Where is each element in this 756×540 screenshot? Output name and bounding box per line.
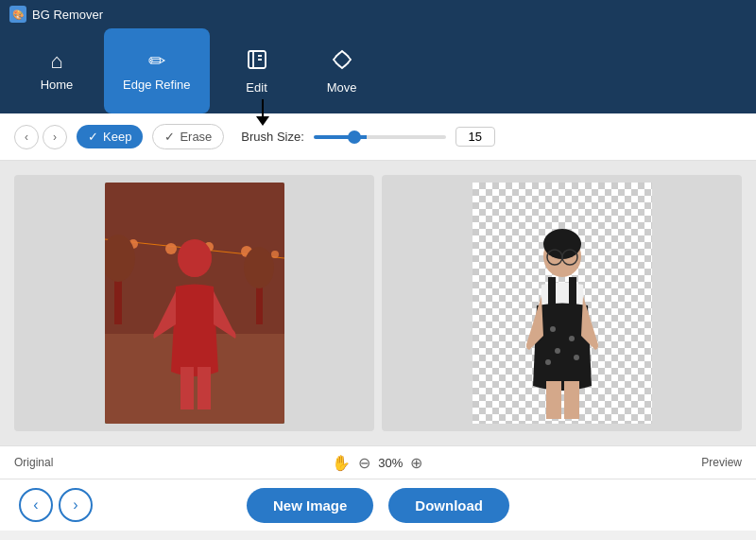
nav-item-home[interactable]: ⌂ Home: [19, 28, 94, 113]
svg-rect-25: [569, 277, 576, 305]
title-bar: 🎨 BG Remover: [0, 0, 756, 28]
keep-label: Keep: [103, 130, 131, 144]
arrow-head: [256, 116, 269, 126]
original-label: Original: [14, 456, 53, 469]
nav-label-move: Move: [327, 80, 357, 95]
prev-button[interactable]: ‹: [19, 488, 53, 522]
zoom-controls: ✋ ⊖ 30% ⊕: [332, 454, 422, 472]
svg-rect-17: [105, 183, 284, 424]
nav-item-edge-refine[interactable]: ✏ Edge Refine: [104, 28, 210, 113]
app-title: BG Remover: [32, 8, 103, 22]
svg-point-18: [178, 239, 212, 277]
svg-point-26: [550, 326, 556, 332]
preview-image: [472, 183, 652, 424]
svg-point-28: [555, 348, 560, 354]
erase-check-icon: ✓: [164, 130, 175, 144]
erase-button[interactable]: ✓ Erase: [152, 124, 224, 149]
new-image-button[interactable]: New Image: [247, 488, 373, 523]
app-icon: 🎨: [9, 6, 26, 23]
svg-rect-32: [564, 381, 579, 419]
svg-point-29: [574, 355, 579, 360]
nav-item-move[interactable]: Move: [304, 28, 380, 113]
move-icon: [331, 48, 353, 75]
download-button[interactable]: Download: [388, 488, 509, 523]
keep-button[interactable]: ✓ Keep: [77, 125, 143, 148]
original-panel: [14, 175, 374, 431]
brush-size-slider[interactable]: [314, 135, 446, 139]
nav-arrows: ‹ ›: [14, 125, 67, 149]
edit-icon: [246, 48, 268, 75]
svg-rect-31: [546, 381, 561, 419]
zoom-level: 30%: [378, 456, 403, 470]
edit-arrow: [256, 99, 269, 126]
edge-refine-icon: ✏: [148, 51, 165, 72]
toolbar: ‹ › ✓ Keep ✓ Erase Brush Size: 15: [0, 113, 756, 161]
nav-bar: ⌂ Home ✏ Edge Refine Edit Move: [0, 28, 756, 113]
back-button[interactable]: ‹: [14, 125, 39, 149]
bottom-bar: ‹ › New Image Download: [0, 479, 756, 531]
svg-point-30: [545, 359, 551, 365]
svg-rect-24: [548, 277, 556, 305]
nav-label-edit: Edit: [246, 80, 266, 95]
brush-size-value: 15: [455, 127, 495, 147]
next-button[interactable]: ›: [59, 488, 93, 522]
original-image: [105, 183, 284, 424]
preview-panel: [382, 175, 742, 431]
erase-label: Erase: [180, 130, 212, 144]
svg-rect-0: [249, 51, 266, 68]
zoom-out-button[interactable]: ⊖: [358, 454, 370, 472]
nav-label-edge-refine: Edge Refine: [123, 78, 191, 92]
arrow-shaft: [262, 99, 264, 116]
brush-size-label: Brush Size:: [241, 130, 303, 144]
hand-tool-icon[interactable]: ✋: [332, 454, 351, 472]
main-content: [0, 161, 756, 445]
forward-button[interactable]: ›: [43, 125, 67, 149]
home-icon: ⌂: [50, 51, 62, 72]
svg-point-27: [569, 336, 575, 341]
preview-label: Preview: [701, 456, 742, 469]
status-bar: Original ✋ ⊖ 30% ⊕ Preview: [0, 445, 756, 479]
keep-check-icon: ✓: [88, 130, 98, 144]
zoom-in-button[interactable]: ⊕: [410, 454, 422, 472]
nav-label-home: Home: [41, 78, 74, 92]
